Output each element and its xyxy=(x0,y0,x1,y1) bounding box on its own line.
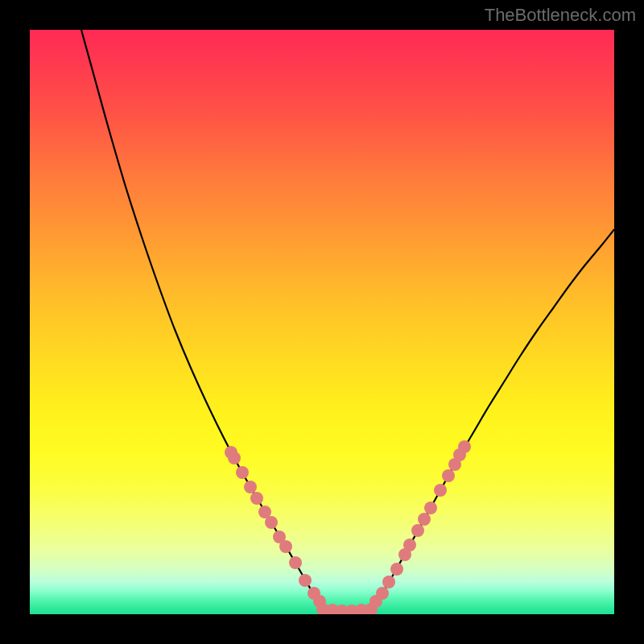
marker-dot xyxy=(250,492,263,505)
chart-svg xyxy=(30,30,614,614)
marker-dot xyxy=(279,540,292,553)
curve-left xyxy=(81,30,323,608)
marker-dot xyxy=(299,574,312,587)
marker-dot xyxy=(442,469,455,482)
marker-group xyxy=(225,440,471,614)
marker-dot xyxy=(403,539,416,551)
marker-dot xyxy=(458,440,471,453)
marker-dot xyxy=(390,563,403,576)
marker-dot xyxy=(228,452,241,464)
marker-dot xyxy=(434,484,447,497)
marker-dot xyxy=(418,513,431,526)
watermark: TheBottleneck.com xyxy=(485,5,636,26)
marker-dot xyxy=(424,502,437,514)
plot-area xyxy=(30,30,614,614)
marker-dot xyxy=(376,587,389,600)
marker-dot xyxy=(236,466,249,479)
marker-dot xyxy=(289,556,302,569)
marker-dot xyxy=(411,524,424,537)
marker-dot xyxy=(244,481,257,493)
marker-dot xyxy=(382,576,395,588)
marker-dot xyxy=(265,516,278,529)
